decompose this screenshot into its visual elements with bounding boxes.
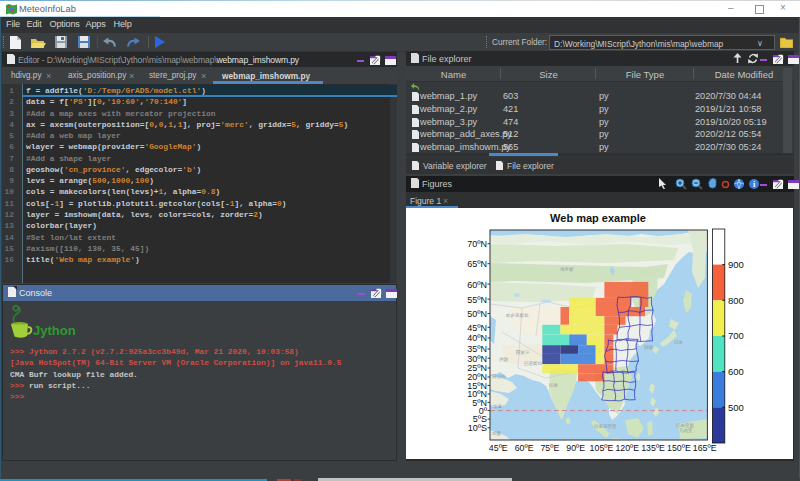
svg-text:40ºN: 40ºN: [467, 333, 487, 343]
svg-text:印度: 印度: [549, 383, 559, 388]
svg-text:坦桑: 坦桑: [492, 431, 502, 436]
svg-text:俄罗斯: 俄罗斯: [560, 267, 574, 272]
svg-text:600: 600: [728, 366, 744, 377]
svg-text:900: 900: [728, 259, 744, 270]
svg-text:50ºN: 50ºN: [467, 309, 487, 319]
svg-text:10ºS: 10ºS: [468, 423, 487, 433]
svg-text:Jython: Jython: [33, 323, 76, 338]
svg-text:70ºN: 70ºN: [467, 239, 487, 249]
svg-text:135ºE: 135ºE: [641, 443, 665, 453]
svg-text:30ºN: 30ºN: [467, 354, 487, 364]
svg-text:阿拉伯: 阿拉伯: [492, 374, 506, 379]
svg-text:75ºE: 75ºE: [540, 443, 559, 453]
svg-text:60ºN: 60ºN: [467, 280, 487, 290]
svg-text:150ºE: 150ºE: [667, 443, 691, 453]
svg-text:60ºE: 60ºE: [515, 443, 534, 453]
svg-text:800: 800: [728, 295, 744, 306]
svg-text:巴基斯坦: 巴基斯坦: [524, 361, 543, 366]
svg-text:韩国: 韩国: [644, 345, 653, 350]
svg-text:45ºE: 45ºE: [489, 443, 508, 453]
svg-text:45ºN: 45ºN: [467, 323, 487, 333]
svg-text:日本: 日本: [674, 340, 684, 345]
svg-text:165ºE: 165ºE: [693, 443, 717, 453]
svg-text:90ºE: 90ºE: [566, 443, 585, 453]
svg-text:哈萨克斯坦: 哈萨克斯坦: [506, 313, 529, 318]
svg-text:55ºN: 55ºN: [467, 295, 487, 305]
svg-text:65ºN: 65ºN: [467, 259, 487, 269]
svg-text:700: 700: [728, 330, 744, 341]
svg-text:500: 500: [728, 402, 744, 413]
svg-text:120ºE: 120ºE: [615, 443, 639, 453]
svg-text:几内亚: 几内亚: [679, 427, 693, 433]
svg-text:印度尼西亚: 印度尼西亚: [594, 423, 617, 429]
svg-text:105ºE: 105ºE: [590, 443, 614, 453]
svg-text:阿富汗: 阿富汗: [516, 350, 530, 355]
svg-text:Web map example: Web map example: [550, 212, 646, 224]
svg-text:埃塞: 埃塞: [492, 404, 503, 409]
